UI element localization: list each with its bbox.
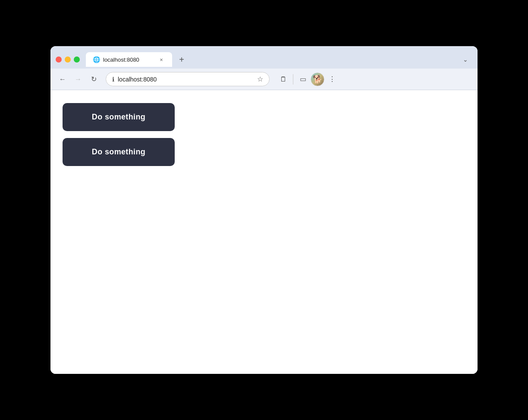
tab-title: localhost:8080: [103, 56, 154, 63]
clipboard-button[interactable]: 🗒: [277, 72, 290, 86]
profile-avatar[interactable]: 🐕: [311, 72, 324, 86]
tab-dropdown-button[interactable]: ⌄: [459, 53, 472, 66]
tab-favicon-icon: 🌐: [93, 56, 100, 63]
new-tab-button[interactable]: +: [176, 53, 188, 66]
window-controls: [56, 56, 80, 63]
page-content: Do something Do something: [50, 90, 478, 374]
forward-button[interactable]: →: [71, 72, 85, 86]
do-something-button-1[interactable]: Do something: [63, 103, 175, 131]
address-bar[interactable]: ℹ localhost:8080 ☆: [106, 72, 270, 86]
close-window-button[interactable]: [56, 56, 62, 63]
nav-actions: 🗒 ▭ 🐕 ⋮: [277, 72, 339, 86]
do-something-button-2[interactable]: Do something: [63, 138, 175, 166]
tab-bar: 🌐 localhost:8080 × + ⌄: [50, 46, 478, 69]
browser-window: 🌐 localhost:8080 × + ⌄ ← → ↻ ℹ localhost…: [50, 46, 478, 374]
minimize-window-button[interactable]: [65, 56, 71, 63]
sidebar-toggle-button[interactable]: ▭: [296, 72, 310, 86]
address-text: localhost:8080: [118, 76, 254, 83]
info-icon: ℹ: [112, 76, 114, 83]
bookmark-star-icon[interactable]: ☆: [257, 75, 263, 83]
back-button[interactable]: ←: [56, 72, 69, 86]
browser-tab[interactable]: 🌐 localhost:8080 ×: [86, 52, 172, 67]
reload-button[interactable]: ↻: [87, 72, 101, 86]
nav-divider: [293, 74, 293, 85]
nav-bar: ← → ↻ ℹ localhost:8080 ☆ 🗒 ▭ 🐕 ⋮: [50, 69, 478, 90]
maximize-window-button[interactable]: [74, 56, 80, 63]
tab-close-button[interactable]: ×: [157, 56, 165, 63]
more-options-button[interactable]: ⋮: [325, 72, 339, 86]
